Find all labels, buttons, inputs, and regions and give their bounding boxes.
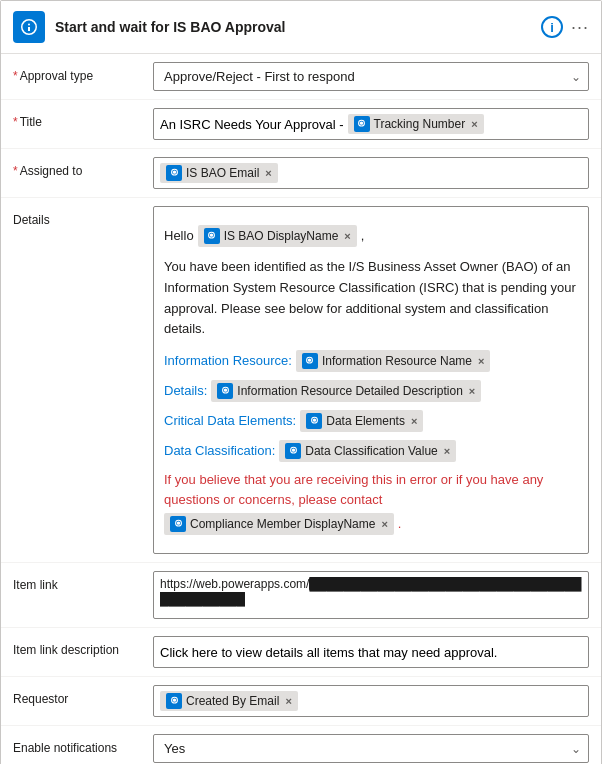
enable-notifications-select-wrapper: Yes ⌄ [153,734,589,763]
requestor-row: Requestor Created By Email × [1,677,601,726]
body-text-2: If you believe that you are receiving th… [164,470,578,509]
assigned-to-tag-label: IS BAO Email [186,166,259,180]
assigned-to-input[interactable]: IS BAO Email × [153,157,589,189]
assigned-to-row: *Assigned to IS BAO Email × [1,149,601,198]
details-label: Details [13,206,153,229]
header-title: Start and wait for IS BAO Approval [55,19,531,35]
sharepoint-icon-9 [166,693,182,709]
assigned-to-tag-remove[interactable]: × [265,167,271,179]
sharepoint-icon-6 [306,413,322,429]
sharepoint-icon-8 [170,516,186,532]
greeting-tag: IS BAO DisplayName × [198,225,357,247]
item-link-value: https://web.powerapps.com/██████████████… [160,577,581,606]
greeting-tag-label: IS BAO DisplayName [224,227,339,245]
compliance-tag-remove[interactable]: × [381,516,387,533]
assigned-to-tag: IS BAO Email × [160,163,278,183]
enable-notifications-label: Enable notifications [13,734,153,757]
error-text-row: If you believe that you are receiving th… [164,470,578,535]
approval-type-row: *Approval type Approve/Reject - First to… [1,54,601,100]
info-button[interactable]: i [541,16,563,38]
assigned-to-label: *Assigned to [13,157,153,180]
enable-notifications-select[interactable]: Yes [153,734,589,763]
enable-notifications-control: Yes ⌄ [153,734,589,763]
approval-type-label: *Approval type [13,62,153,85]
info-resource-tag-label: Information Resource Name [322,352,472,370]
header-actions: i ··· [541,16,589,38]
requestor-control: Created By Email × [153,685,589,717]
details-field-row: Details: Information Resource Detailed D… [164,380,578,402]
title-control: An ISRC Needs Your Approval - Tracking N… [153,108,589,140]
info-resource-tag-remove[interactable]: × [478,353,484,370]
sharepoint-icon-4 [302,353,318,369]
item-link-row: Item link https://web.powerapps.com/████… [1,563,601,628]
critical-label: Critical Data Elements: [164,411,296,431]
enable-notifications-row: Enable notifications Yes ⌄ [1,726,601,764]
title-input[interactable]: An ISRC Needs Your Approval - Tracking N… [153,108,589,140]
details-box[interactable]: Hello IS BAO DisplayName × , You have be… [153,206,589,554]
card-header: Start and wait for IS BAO Approval i ··· [1,1,601,54]
critical-tag-remove[interactable]: × [411,413,417,430]
item-link-description-control: Click here to view details all items tha… [153,636,589,668]
app-icon [13,11,45,43]
classification-row: Data Classification: Data Classification… [164,440,578,462]
classification-label: Data Classification: [164,441,275,461]
more-options-button[interactable]: ··· [571,17,589,38]
critical-tag-label: Data Elements [326,412,405,430]
sharepoint-icon-3 [204,228,220,244]
sharepoint-icon-5 [217,383,233,399]
compliance-tag-label: Compliance Member DisplayName [190,515,375,533]
assigned-to-control: IS BAO Email × [153,157,589,189]
details-tag: Information Resource Detailed Descriptio… [211,380,481,402]
compliance-tag: Compliance Member DisplayName × [164,513,394,535]
sharepoint-icon-2 [166,165,182,181]
details-tag-label: Information Resource Detailed Descriptio… [237,382,462,400]
approval-type-select[interactable]: Approve/Reject - First to respond [153,62,589,91]
requestor-tag: Created By Email × [160,691,298,711]
item-link-description-value: Click here to view details all items tha… [160,645,497,660]
details-sub-label: Details: [164,381,207,401]
title-tag-remove[interactable]: × [471,118,477,130]
title-prefix-text: An ISRC Needs Your Approval - [160,117,344,132]
body-text-2-suffix: . [398,514,402,534]
item-link-description-label: Item link description [13,636,153,659]
greeting-tag-remove[interactable]: × [344,228,350,245]
critical-row: Critical Data Elements: Data Elements × [164,410,578,432]
requestor-tag-remove[interactable]: × [285,695,291,707]
item-link-description-row: Item link description Click here to view… [1,628,601,677]
details-row: Details Hello IS BAO DisplayName × [1,198,601,563]
item-link-input[interactable]: https://web.powerapps.com/██████████████… [153,571,589,619]
info-resource-tag: Information Resource Name × [296,350,491,372]
item-link-description-input[interactable]: Click here to view details all items tha… [153,636,589,668]
greeting-text: Hello [164,226,194,246]
item-link-control: https://web.powerapps.com/██████████████… [153,571,589,619]
sharepoint-icon [354,116,370,132]
info-resource-row: Information Resource: Information Resour… [164,350,578,372]
critical-tag: Data Elements × [300,410,423,432]
title-row: *Title An ISRC Needs Your Approval - Tra… [1,100,601,149]
main-card: Start and wait for IS BAO Approval i ···… [0,0,602,764]
title-tag-label: Tracking Number [374,117,466,131]
details-control: Hello IS BAO DisplayName × , You have be… [153,206,589,554]
title-tag: Tracking Number × [348,114,484,134]
classification-tag-remove[interactable]: × [444,443,450,460]
approval-type-select-wrapper: Approve/Reject - First to respond ⌄ [153,62,589,91]
classification-tag: Data Classification Value × [279,440,456,462]
details-tag-remove[interactable]: × [469,383,475,400]
requestor-input[interactable]: Created By Email × [153,685,589,717]
sharepoint-icon-7 [285,443,301,459]
body-text-1: You have been identified as the I/S Busi… [164,257,578,340]
item-link-label: Item link [13,571,153,594]
approval-type-control: Approve/Reject - First to respond ⌄ [153,62,589,91]
title-label: *Title [13,108,153,131]
info-resource-label: Information Resource: [164,351,292,371]
requestor-tag-label: Created By Email [186,694,279,708]
form-body: *Approval type Approve/Reject - First to… [1,54,601,764]
requestor-label: Requestor [13,685,153,708]
classification-tag-label: Data Classification Value [305,442,438,460]
greeting-row: Hello IS BAO DisplayName × , [164,225,578,247]
